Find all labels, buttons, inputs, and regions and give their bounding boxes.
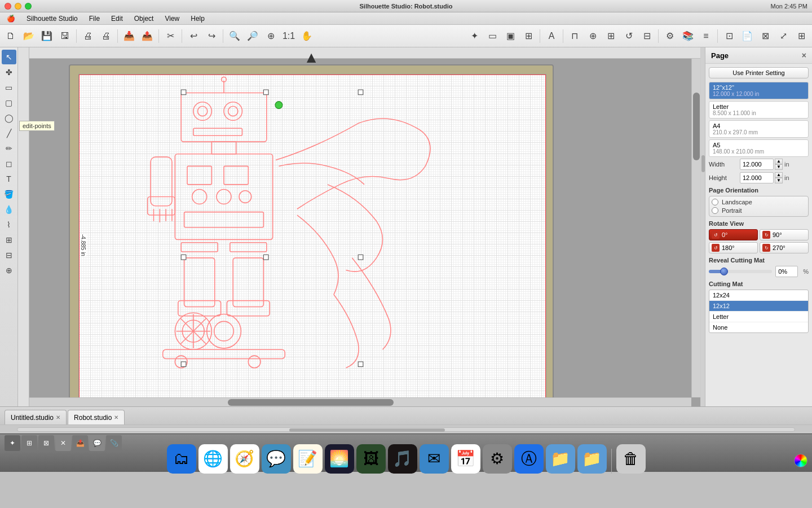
skype-icon[interactable]: 💬: [262, 444, 291, 474]
iphoto-icon[interactable]: 🌅: [325, 444, 354, 474]
ellipse-tool[interactable]: ◯: [2, 111, 16, 125]
silhouette-send-btn[interactable]: ✦: [466, 28, 483, 45]
line-style-btn[interactable]: ▭: [484, 28, 501, 45]
width-down-btn[interactable]: ▼: [775, 164, 783, 170]
menu-view[interactable]: View: [160, 12, 184, 25]
page-size-a4[interactable]: A4 210.0 x 297.0 mm: [709, 120, 809, 138]
rotate-90-btn[interactable]: ↻ 90°: [760, 229, 809, 240]
dock-tool-6[interactable]: 💬: [89, 435, 105, 451]
page-size-letter[interactable]: Letter 8.500 x 11.000 in: [709, 101, 809, 119]
rectangle-tool[interactable]: ▭: [2, 80, 16, 95]
reveal-slider-track[interactable]: [709, 270, 772, 273]
folder1-icon[interactable]: 📁: [546, 444, 575, 474]
calendar-icon[interactable]: 📅: [451, 444, 480, 474]
tab-robot-close[interactable]: ✕: [114, 414, 118, 421]
folder2-icon[interactable]: 📁: [577, 444, 607, 474]
dock-tool-3[interactable]: ⊠: [38, 435, 54, 451]
rotate-0-btn[interactable]: ↺ 0°: [709, 229, 758, 240]
edit-points-tool[interactable]: ✤: [2, 65, 16, 80]
height-input[interactable]: [740, 172, 774, 183]
trash-icon[interactable]: 🗑: [616, 444, 646, 474]
print-preview-btn[interactable]: 🖨: [98, 28, 114, 45]
safari-icon[interactable]: 🧭: [230, 444, 259, 474]
trace-btn[interactable]: ⊕: [584, 28, 601, 45]
extra1-btn[interactable]: ≡: [698, 28, 714, 45]
menu-file[interactable]: File: [85, 12, 104, 25]
use-printer-setting-btn[interactable]: Use Printer Setting: [709, 67, 809, 78]
erase-tool[interactable]: ◻: [2, 156, 16, 171]
text-tool[interactable]: T: [2, 172, 16, 186]
zoom-in-btn[interactable]: 🔍: [226, 28, 243, 45]
align-btn[interactable]: ⊟: [638, 28, 655, 45]
color-wheel[interactable]: [794, 454, 807, 467]
pan-btn[interactable]: ✋: [298, 28, 315, 45]
dock-tool-1[interactable]: ✦: [5, 435, 20, 451]
photos-icon[interactable]: 🖼: [356, 444, 386, 474]
weld-tool[interactable]: ⊕: [2, 263, 16, 278]
scrollbar-vertical[interactable]: [691, 59, 700, 397]
ungroup-tool[interactable]: ⊟: [2, 248, 16, 262]
undo-btn[interactable]: ↩: [185, 28, 202, 45]
reveal-value-input[interactable]: [775, 266, 798, 277]
cutting-mat-none[interactable]: None: [709, 322, 808, 332]
new-btn[interactable]: 🗋: [2, 28, 19, 45]
dock-tool-2[interactable]: ⊞: [21, 435, 37, 451]
scrollbar-horizontal[interactable]: [29, 397, 691, 406]
rotate-180-btn[interactable]: ↺ 180°: [709, 242, 758, 253]
maximize-button[interactable]: [25, 3, 32, 10]
width-input[interactable]: [740, 159, 774, 170]
grid-btn[interactable]: ⊞: [520, 28, 537, 45]
menu-help[interactable]: Help: [186, 12, 209, 25]
text-btn[interactable]: A: [543, 28, 560, 45]
cut-btn[interactable]: ✂: [162, 28, 179, 45]
portrait-radio[interactable]: [712, 207, 718, 214]
dock-tool-5[interactable]: 📤: [72, 435, 88, 451]
chrome-icon[interactable]: 🌐: [198, 444, 228, 474]
redo-btn[interactable]: ↪: [203, 28, 220, 45]
cut-line-tool[interactable]: ⌇: [2, 217, 16, 232]
menu-edit[interactable]: Edit: [107, 12, 127, 25]
canvas-area[interactable]: edit-points ▲: [18, 47, 700, 406]
portrait-option[interactable]: Portrait: [712, 207, 806, 214]
print-btn[interactable]: 🖨: [80, 28, 96, 45]
dock-tool-7[interactable]: 📎: [106, 435, 122, 451]
fill-style-btn[interactable]: ▣: [502, 28, 519, 45]
spotify-icon[interactable]: 🎵: [388, 444, 417, 474]
zoom-100-btn[interactable]: 1:1: [280, 28, 297, 45]
expand-btn[interactable]: ⤢: [775, 28, 792, 45]
line-tool[interactable]: ╱: [2, 126, 16, 141]
zoom-fit-btn[interactable]: ⊕: [262, 28, 279, 45]
reveal-slider-thumb[interactable]: [720, 268, 728, 275]
notes-icon[interactable]: 📝: [293, 444, 323, 474]
import-btn[interactable]: 📥: [121, 28, 138, 45]
select-tool[interactable]: ↖: [2, 50, 16, 64]
save-as-btn[interactable]: 🖫: [56, 28, 73, 45]
scrollbar-thumb-v[interactable]: [693, 93, 700, 160]
design-area[interactable]: 3.920 in -4.885 in: [78, 74, 546, 406]
grid2-btn[interactable]: ⊞: [793, 28, 810, 45]
panel-close-btn[interactable]: ×: [802, 51, 806, 60]
page-size-12x12[interactable]: 12"x12" 12.000 x 12.000 in: [709, 82, 809, 99]
app-store-icon[interactable]: Ⓐ: [514, 444, 544, 474]
tab-untitled-close[interactable]: ✕: [56, 414, 60, 421]
transform-btn[interactable]: ↺: [620, 28, 637, 45]
close-button[interactable]: [5, 3, 11, 10]
bottom-scrollbar-track[interactable]: [17, 427, 795, 432]
group-tool[interactable]: ⊞: [2, 233, 16, 247]
save-btn[interactable]: 💾: [38, 28, 55, 45]
settings-btn[interactable]: ⚙: [661, 28, 678, 45]
mail-icon[interactable]: ✉: [420, 444, 449, 474]
open-btn[interactable]: 📂: [20, 28, 37, 45]
library-btn[interactable]: 📚: [679, 28, 696, 45]
draw-tool[interactable]: ✏: [2, 141, 16, 156]
menu-apple[interactable]: 🍎: [2, 12, 20, 25]
extra2-btn[interactable]: ⊠: [757, 28, 774, 45]
dock-tool-4[interactable]: ✕: [55, 435, 71, 451]
cutting-mat-12x12[interactable]: 12x12: [709, 301, 808, 312]
replicate-btn[interactable]: ⊞: [602, 28, 619, 45]
zoom-out-btn[interactable]: 🔎: [244, 28, 261, 45]
height-down-btn[interactable]: ▼: [775, 178, 783, 183]
minimize-button[interactable]: [15, 3, 21, 10]
finder-icon[interactable]: 🗂: [167, 444, 196, 474]
rotate-270-btn[interactable]: ↻ 270°: [760, 242, 809, 253]
